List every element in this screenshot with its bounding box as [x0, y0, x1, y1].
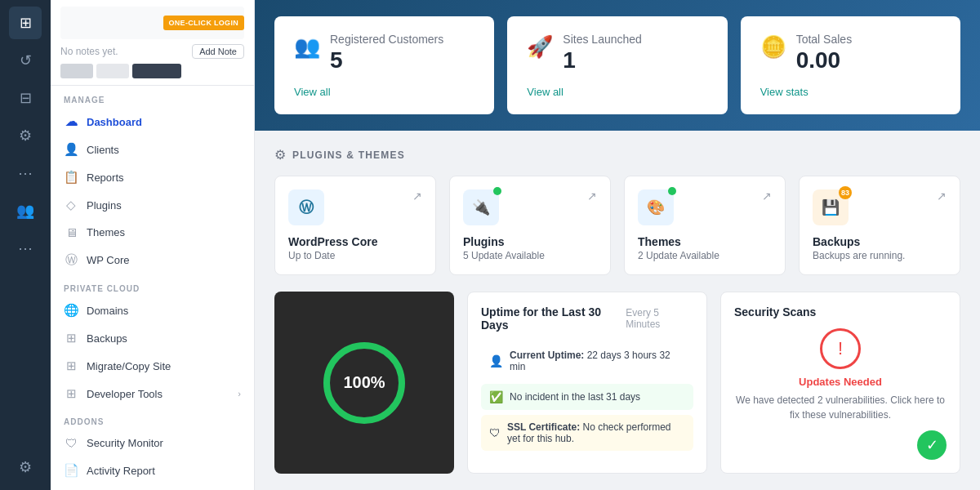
backups-arrow-icon: ↗	[937, 189, 947, 203]
security-alert: Updates Needed	[799, 376, 882, 388]
icon-bar-more1[interactable]: ⋯	[9, 157, 42, 189]
security-card: Security Scans ! Updates Needed We have …	[720, 292, 960, 474]
manage-section-label: MANAGE	[51, 86, 254, 108]
sidebar-item-backups[interactable]: ⊞ Backups	[51, 324, 254, 352]
icon-bar-users[interactable]: 👥	[9, 194, 42, 227]
plugin-card-themes[interactable]: 🎨 ↗ Themes 2 Update Available	[624, 176, 786, 275]
icon-bar-refresh[interactable]: ↺	[9, 44, 42, 77]
uptime-percent: 100%	[343, 373, 385, 392]
sidebar-item-themes[interactable]: 🖥 Themes	[51, 219, 254, 246]
developer-icon: ⊞	[64, 386, 78, 401]
sales-value: 0.00	[796, 47, 852, 74]
customers-value: 5	[330, 47, 443, 74]
security-warning-icon: !	[820, 328, 861, 369]
one-click-login-button[interactable]: ONE-CLICK LOGIN	[163, 16, 245, 30]
sidebar-item-dashboard-label: Dashboard	[87, 116, 142, 128]
themes-icon: 🖥	[64, 225, 78, 239]
section-title: PLUGINS & THEMES	[292, 149, 405, 161]
sidebar-item-developer-label: Developer Tools	[87, 388, 163, 400]
sidebar-item-clients-label: Clients	[87, 144, 119, 156]
sidebar-item-plugins[interactable]: ◇ Plugins	[51, 191, 254, 219]
plugins-logo: 🔌	[463, 189, 499, 225]
customers-view-all-link[interactable]: View all	[294, 86, 474, 98]
section-gear-icon: ⚙	[274, 147, 286, 163]
plugins-arrow-icon: ↗	[587, 189, 597, 203]
stat-card-sites-header: 🚀 Sites Launched 1	[527, 33, 707, 74]
icon-bar: ⊞ ↺ ⊟ ⚙ ⋯ 👥 ⋯ ⚙	[0, 0, 51, 490]
domains-icon: 🌐	[64, 303, 78, 318]
swatch-1	[60, 64, 93, 78]
activity-report-icon: 📄	[64, 463, 78, 478]
chevron-right-icon: ›	[238, 389, 241, 399]
wp-logo-icon: Ⓦ	[299, 198, 314, 217]
uptime-image: 100%	[274, 292, 454, 474]
sidebar-top: ONE-CLICK LOGIN No notes yet. Add Note	[51, 0, 254, 86]
plugins-logo-icon: 🔌	[472, 198, 490, 216]
sidebar-item-reports[interactable]: 📋 Reports	[51, 163, 254, 191]
sidebar-item-activity-report[interactable]: 📄 Activity Report	[51, 457, 254, 484]
sites-icon: 🚀	[527, 34, 553, 60]
sites-view-all-link[interactable]: View all	[527, 86, 707, 98]
plugin-card-wpcore[interactable]: Ⓦ ↗ WordPress Core Up to Date	[274, 176, 436, 275]
sales-view-stats-link[interactable]: View stats	[760, 86, 941, 98]
uptime-current-icon: 👤	[489, 354, 503, 368]
themes-name: Themes	[638, 235, 772, 248]
clients-icon: 👤	[64, 142, 78, 157]
backups-badge: 83	[839, 186, 852, 199]
stat-card-sites: 🚀 Sites Launched 1 View all	[507, 16, 727, 114]
themes-logo: 🎨	[638, 189, 674, 225]
plugins-themes-section: ⚙ PLUGINS & THEMES Ⓦ ↗ WordPress Core Up…	[255, 131, 980, 292]
icon-bar-table[interactable]: ⊟	[9, 82, 42, 114]
backups-status: Backups are running.	[813, 250, 947, 261]
swatch-2	[96, 64, 129, 78]
security-description: We have detected 2 vulnerabilities. Clic…	[734, 393, 947, 422]
add-note-button[interactable]: Add Note	[192, 44, 244, 59]
sales-label: Total Sales	[796, 33, 852, 46]
security-title: Security Scans	[734, 305, 816, 318]
uptime-card: Uptime for the Last 30 Days Every 5 Minu…	[467, 292, 707, 474]
plugin-card-themes-top: 🎨 ↗	[638, 189, 772, 225]
wpcore-arrow-icon: ↗	[412, 189, 422, 203]
sidebar-item-wpcore-label: WP Core	[87, 254, 130, 266]
backups-name: Backups	[813, 235, 947, 248]
plugin-grid: Ⓦ ↗ WordPress Core Up to Date 🔌 ↗ Plugin…	[274, 176, 960, 275]
sidebar-item-dashboard[interactable]: ☁ Dashboard	[51, 108, 254, 136]
color-swatches	[60, 64, 244, 78]
sidebar-item-wpcore[interactable]: Ⓦ WP Core	[51, 246, 254, 274]
uptime-circle: 100%	[323, 342, 405, 424]
sidebar-item-security-monitor[interactable]: 🛡 Security Monitor	[51, 430, 254, 457]
plugins-name: Plugins	[463, 235, 597, 248]
wpcore-logo: Ⓦ	[288, 189, 324, 225]
uptime-row-ssl: 🛡 SSL Certificate: No check performed ye…	[481, 415, 693, 451]
uptime-current-text: Current Uptime: 22 days 3 hours 32 min	[510, 350, 685, 372]
plugin-card-plugins[interactable]: 🔌 ↗ Plugins 5 Update Available	[449, 176, 611, 275]
sidebar-item-security-monitor-label: Security Monitor	[87, 437, 163, 449]
sidebar-item-themes-label: Themes	[87, 226, 125, 238]
notes-placeholder: No notes yet.	[60, 46, 118, 57]
fix-button[interactable]: ✓	[917, 430, 947, 460]
sidebar-item-migrate[interactable]: ⊞ Migrate/Copy Site	[51, 352, 254, 380]
sidebar-item-clients[interactable]: 👤 Clients	[51, 136, 254, 163]
uptime-ssl-text: SSL Certificate: No check performed yet …	[507, 421, 685, 444]
themes-arrow-icon: ↗	[762, 189, 772, 203]
uptime-incident-icon: ✅	[489, 390, 503, 403]
icon-bar-gear[interactable]: ⚙	[9, 451, 42, 483]
dashboard-icon: ☁	[64, 114, 78, 129]
sidebar-item-reports-label: Reports	[87, 172, 124, 184]
customers-icon: 👥	[294, 34, 320, 60]
wpcore-icon: Ⓦ	[64, 252, 78, 268]
plugin-card-backups[interactable]: 💾 83 ↗ Backups Backups are running.	[799, 176, 960, 275]
stat-card-sales: 🪙 Total Sales 0.00 View stats	[741, 16, 960, 114]
site-preview: ONE-CLICK LOGIN	[60, 7, 244, 39]
backups-logo: 💾 83	[813, 189, 849, 225]
themes-status-dot	[668, 187, 676, 195]
sidebar-item-developer[interactable]: ⊞ Developer Tools ›	[51, 380, 254, 408]
uptime-ssl-icon: 🛡	[489, 426, 501, 439]
icon-bar-grid[interactable]: ⊞	[9, 7, 42, 39]
stat-card-customers-header: 👥 Registered Customers 5	[294, 33, 474, 74]
icon-bar-settings[interactable]: ⚙	[9, 119, 42, 152]
sidebar-item-domains[interactable]: 🌐 Domains	[51, 296, 254, 324]
stats-banner: 👥 Registered Customers 5 View all 🚀 Site…	[255, 0, 980, 131]
sidebar-item-staging[interactable]: ☁ Staging Coming Soon	[51, 484, 254, 490]
icon-bar-more2[interactable]: ⋯	[9, 232, 42, 265]
